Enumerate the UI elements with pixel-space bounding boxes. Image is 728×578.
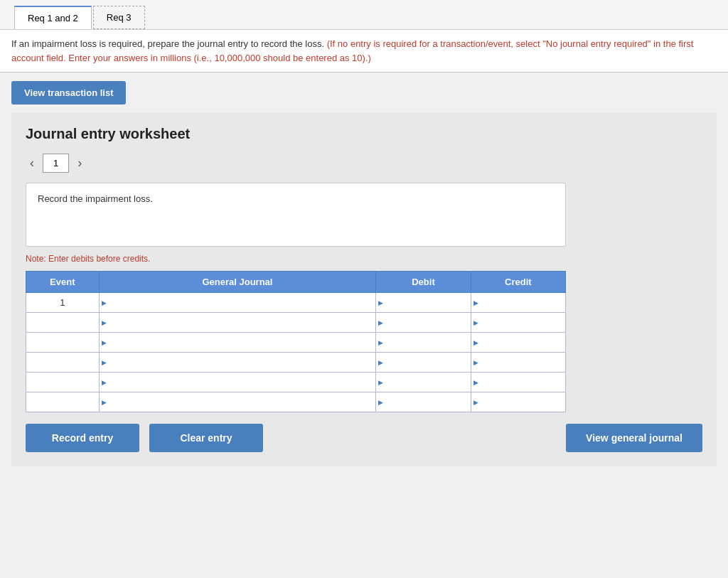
table-row-debit-1[interactable]: [376, 313, 471, 333]
credit-input-3[interactable]: [471, 353, 565, 372]
credit-input-2[interactable]: [471, 333, 565, 352]
table-row-gj-0[interactable]: [99, 293, 376, 313]
worksheet-title: Journal entry worksheet: [26, 126, 702, 142]
tab-req-3[interactable]: Req 3: [93, 6, 145, 29]
chevron-left-icon: ‹: [30, 156, 34, 170]
clear-entry-button[interactable]: Clear entry: [149, 424, 263, 452]
table-row-event-5: [26, 392, 100, 412]
table-row-event-2: [26, 333, 100, 353]
credit-column-header: Credit: [471, 272, 565, 293]
credit-input-0[interactable]: [471, 293, 565, 312]
view-general-journal-button[interactable]: View general journal: [566, 424, 702, 452]
instruction-area: If an impairment loss is required, prepa…: [0, 30, 728, 73]
debit-input-1[interactable]: [376, 313, 470, 332]
table-row-debit-4[interactable]: [376, 373, 471, 392]
credit-input-5[interactable]: [471, 392, 565, 412]
credit-input-1[interactable]: [471, 313, 565, 332]
record-entry-button[interactable]: Record entry: [26, 424, 139, 452]
table-row-gj-5[interactable]: [99, 392, 376, 412]
table-row-gj-3[interactable]: [99, 353, 376, 373]
table-row-event-0: 1: [26, 293, 100, 313]
gj-input-4[interactable]: [100, 373, 376, 392]
table-row-event-3: [26, 353, 100, 373]
table-row-credit-5[interactable]: [471, 392, 565, 412]
tabs-bar: Req 1 and 2 Req 3: [0, 0, 728, 30]
table-row-debit-2[interactable]: [376, 333, 471, 353]
table-row-credit-1[interactable]: [471, 313, 565, 333]
debit-input-3[interactable]: [376, 353, 470, 372]
event-column-header: Event: [26, 272, 100, 293]
table-row-credit-3[interactable]: [471, 353, 565, 373]
general-journal-column-header: General Journal: [99, 272, 376, 293]
next-entry-button[interactable]: ›: [73, 154, 86, 172]
table-row-credit-0[interactable]: [471, 293, 565, 313]
table-row-event-4: [26, 373, 100, 392]
view-transaction-button[interactable]: View transaction list: [11, 81, 126, 105]
table-row-event-1: [26, 313, 100, 333]
gj-input-5[interactable]: [100, 392, 376, 412]
debit-credit-note: Note: Enter debits before credits.: [26, 254, 702, 264]
credit-input-4[interactable]: [471, 373, 565, 392]
table-row-credit-4[interactable]: [471, 373, 565, 392]
table-row-gj-1[interactable]: [99, 313, 376, 333]
action-buttons: Record entry Clear entry View general jo…: [26, 424, 702, 452]
prev-entry-button[interactable]: ‹: [26, 154, 38, 172]
instruction-main-text: If an impairment loss is required, prepa…: [11, 38, 324, 49]
debit-input-5[interactable]: [376, 392, 470, 412]
table-row-gj-2[interactable]: [99, 333, 376, 353]
journal-entry-table: Event General Journal Debit Credit 1: [26, 271, 566, 412]
table-row-debit-3[interactable]: [376, 353, 471, 373]
debit-input-4[interactable]: [376, 373, 470, 392]
entry-navigation: ‹ 1 ›: [26, 154, 702, 173]
debit-input-2[interactable]: [376, 333, 470, 352]
journal-entry-worksheet: Journal entry worksheet ‹ 1 › Record the…: [11, 113, 717, 466]
gj-input-2[interactable]: [100, 333, 376, 352]
gj-input-0[interactable]: [100, 293, 376, 312]
tab-req-1-and-2[interactable]: Req 1 and 2: [14, 6, 92, 29]
gj-input-1[interactable]: [100, 313, 376, 332]
table-row-debit-5[interactable]: [376, 392, 471, 412]
debit-column-header: Debit: [376, 272, 471, 293]
table-row-gj-4[interactable]: [99, 373, 376, 392]
debit-input-0[interactable]: [376, 293, 470, 312]
table-row-debit-0[interactable]: [376, 293, 471, 313]
current-entry-number: 1: [43, 154, 69, 173]
chevron-right-icon: ›: [77, 156, 82, 170]
entry-description-box: Record the impairment loss.: [26, 183, 566, 247]
gj-input-3[interactable]: [100, 353, 376, 372]
entry-description-text: Record the impairment loss.: [38, 193, 153, 204]
table-row-credit-2[interactable]: [471, 333, 565, 353]
